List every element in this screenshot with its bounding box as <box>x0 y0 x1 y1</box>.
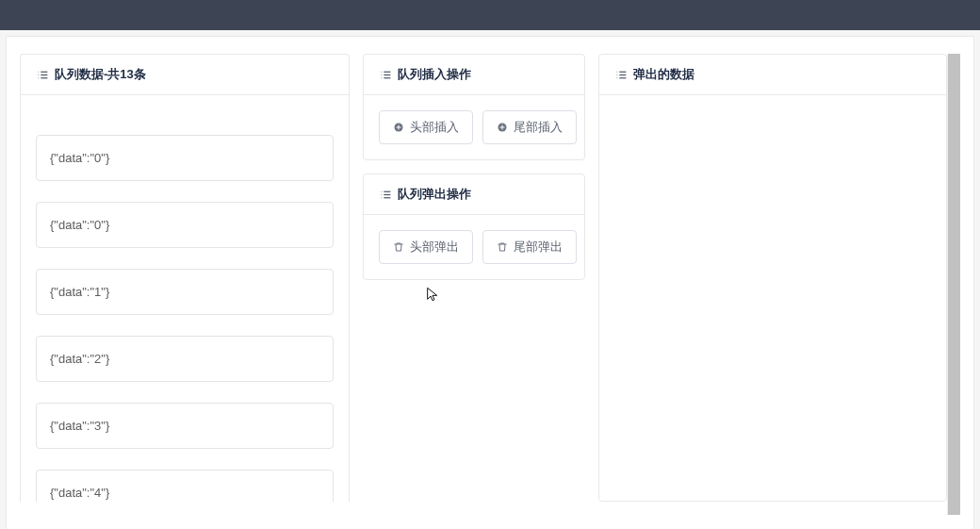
main-content: 队列数据-共13条 {"data":"0"} {"data":"0"} {"da… <box>6 36 974 529</box>
pop-card-title: 队列弹出操作 <box>398 186 471 203</box>
insert-card: 队列插入操作 头部插入 尾部插入 <box>363 54 585 160</box>
queue-card-head: 队列数据-共13条 <box>21 55 349 95</box>
queue-card-body: {"data":"0"} {"data":"0"} {"data":"1"} {… <box>21 95 349 502</box>
right-scrollbar-thumb[interactable] <box>948 54 960 515</box>
list-item: {"data":"0"} <box>36 202 334 248</box>
pop-head-button[interactable]: 头部弹出 <box>379 230 473 264</box>
list-item: {"data":"1"} <box>36 269 334 315</box>
right-scrollbar[interactable] <box>947 54 960 515</box>
insert-card-head: 队列插入操作 <box>364 55 584 95</box>
list-icon <box>379 188 392 201</box>
trash-icon <box>393 241 404 253</box>
insert-head-button[interactable]: 头部插入 <box>379 110 473 144</box>
pop-tail-label: 尾部弹出 <box>514 239 563 256</box>
popped-card-body <box>599 95 946 125</box>
list-item: {"data":"0"} <box>36 135 334 181</box>
popped-column: 弹出的数据 <box>598 54 960 515</box>
insert-tail-label: 尾部插入 <box>514 119 563 136</box>
pop-btn-row: 头部弹出 尾部弹出 <box>379 230 569 264</box>
list-icon <box>614 68 628 81</box>
insert-head-label: 头部插入 <box>410 119 459 136</box>
pop-card: 队列弹出操作 头部弹出 尾部弹出 <box>363 174 585 280</box>
pop-head-label: 头部弹出 <box>410 239 459 256</box>
list-icon <box>36 68 49 81</box>
list-item: {"data":"2"} <box>36 336 334 382</box>
queue-card: 队列数据-共13条 {"data":"0"} {"data":"0"} {"da… <box>20 54 350 502</box>
queue-card-title: 队列数据-共13条 <box>55 66 146 83</box>
trash-icon <box>497 241 508 253</box>
insert-btn-row: 头部插入 尾部插入 <box>379 110 569 144</box>
insert-card-body: 头部插入 尾部插入 <box>364 95 584 159</box>
popped-card: 弹出的数据 <box>598 54 947 502</box>
pop-tail-button[interactable]: 尾部弹出 <box>482 230 577 264</box>
queue-scroll[interactable]: 队列数据-共13条 {"data":"0"} {"data":"0"} {"da… <box>20 54 350 502</box>
popped-card-title: 弹出的数据 <box>633 66 694 83</box>
list-item: {"data":"3"} <box>36 403 334 449</box>
pop-card-body: 头部弹出 尾部弹出 <box>364 215 584 279</box>
queue-column: 队列数据-共13条 {"data":"0"} {"data":"0"} {"da… <box>20 54 350 515</box>
plus-circle-icon <box>393 122 404 133</box>
insert-card-title: 队列插入操作 <box>398 66 471 83</box>
ops-column: 队列插入操作 头部插入 尾部插入 <box>363 54 585 515</box>
pop-card-head: 队列弹出操作 <box>364 174 584 215</box>
insert-tail-button[interactable]: 尾部插入 <box>482 110 577 144</box>
list-icon <box>379 68 392 81</box>
list-item: {"data":"4"} <box>36 470 334 502</box>
plus-circle-icon <box>497 122 508 133</box>
popped-card-head: 弹出的数据 <box>599 55 946 95</box>
top-bar <box>0 0 980 30</box>
